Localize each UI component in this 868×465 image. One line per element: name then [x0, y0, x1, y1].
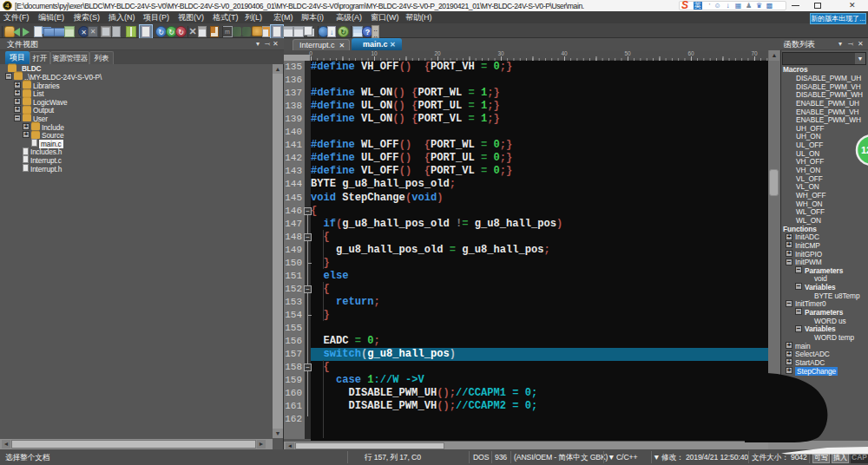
svg-text:12: 12 — [861, 145, 868, 155]
